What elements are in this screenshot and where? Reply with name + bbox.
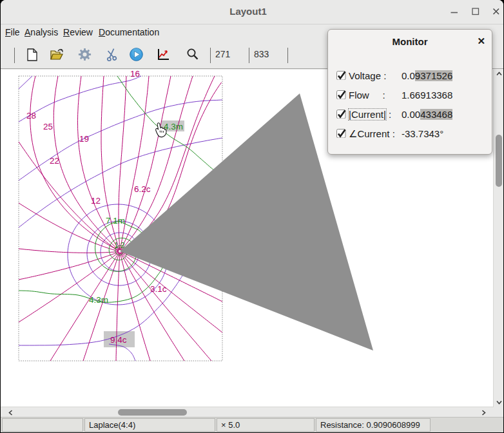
- svg-text:6.2c: 6.2c: [134, 184, 151, 194]
- svg-text:3.1c: 3.1c: [150, 284, 167, 294]
- svg-text:28: 28: [26, 111, 36, 120]
- svg-text:19: 19: [79, 134, 89, 144]
- svg-text:25: 25: [43, 122, 53, 131]
- svg-text:9.4c: 9.4c: [110, 335, 127, 345]
- svg-text:4.3m: 4.3m: [89, 295, 108, 305]
- svg-text:7.1m: 7.1m: [106, 216, 125, 226]
- svg-text:4.3m: 4.3m: [164, 122, 183, 131]
- svg-text:12: 12: [91, 196, 101, 206]
- svg-text:22: 22: [50, 156, 59, 166]
- svg-text:16: 16: [130, 70, 140, 79]
